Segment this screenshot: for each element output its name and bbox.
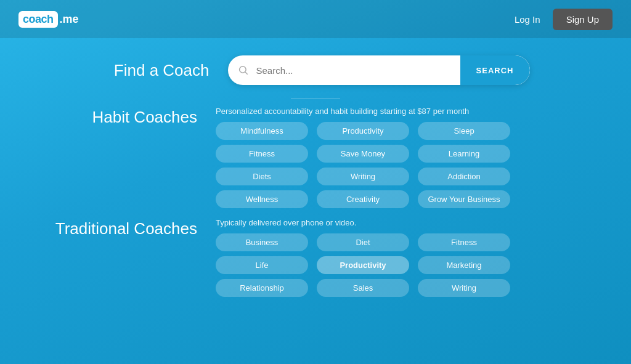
habit-coach-tag[interactable]: Productivity (317, 122, 409, 140)
traditional-coaches-subtitle: Typically delivered over phone or video. (216, 218, 594, 227)
search-input[interactable] (256, 65, 460, 76)
traditional-coach-tag[interactable]: Fitness (418, 233, 510, 251)
traditional-coach-tag[interactable]: Life (216, 256, 308, 274)
search-button[interactable]: SEARCH (460, 55, 530, 85)
habit-coach-tag[interactable]: Wellness (216, 190, 308, 208)
habit-coach-tag[interactable]: Learning (418, 145, 510, 163)
traditional-coaches-tags: BusinessDietFitnessLifeProductivityMarke… (216, 233, 594, 297)
habit-coaches-title: Habit Coaches (37, 105, 197, 127)
habit-coaches-tags: MindfulnessProductivitySleepFitnessSave … (216, 122, 594, 208)
traditional-coach-tag[interactable]: Writing (418, 279, 510, 297)
logo-coach-text: coach (18, 11, 58, 28)
habit-coach-tag[interactable]: Mindfulness (216, 122, 308, 140)
habit-coach-tag[interactable]: Addiction (418, 168, 510, 185)
habit-coach-tag[interactable]: Fitness (216, 145, 308, 163)
habit-coaches-content: Personalized accountability and habit bu… (216, 105, 594, 208)
habit-coach-tag[interactable]: Creativity (317, 190, 409, 208)
hero-section: Find a Coach SEARCH (0, 38, 631, 96)
habit-coach-tag[interactable]: Save Money (317, 145, 409, 163)
traditional-coaches-content: Typically delivered over phone or video.… (216, 217, 594, 297)
sections: Habit Coaches Personalized accountabilit… (0, 99, 631, 297)
nav-right: Log In Sign Up (515, 9, 613, 30)
traditional-coach-tag[interactable]: Marketing (418, 256, 510, 274)
traditional-coach-tag[interactable]: Sales (317, 279, 409, 297)
habit-coach-tag[interactable]: Diets (216, 168, 308, 185)
traditional-coaches-title: Traditional Coaches (37, 217, 197, 238)
habit-coach-tag[interactable]: Sleep (418, 122, 510, 140)
login-link[interactable]: Log In (515, 14, 540, 25)
traditional-coach-tag[interactable]: Productivity (317, 256, 409, 274)
habit-coaches-subtitle: Personalized accountability and habit bu… (216, 107, 594, 116)
traditional-coach-tag[interactable]: Relationship (216, 279, 308, 297)
habit-coaches-section: Habit Coaches Personalized accountabilit… (37, 105, 594, 208)
navbar: coach .me Log In Sign Up (0, 0, 631, 38)
search-icon (228, 65, 256, 76)
signup-button[interactable]: Sign Up (553, 9, 613, 30)
habit-coach-tag[interactable]: Writing (317, 168, 409, 185)
traditional-coach-tag[interactable]: Diet (317, 233, 409, 251)
hero-title: Find a Coach (102, 61, 210, 80)
logo: coach .me (18, 11, 79, 28)
search-bar: SEARCH (228, 55, 530, 85)
logo-me-text: .me (60, 13, 79, 26)
habit-coach-tag[interactable]: Grow Your Business (418, 190, 510, 208)
svg-line-1 (245, 72, 248, 75)
svg-point-0 (239, 67, 246, 73)
traditional-coach-tag[interactable]: Business (216, 233, 308, 251)
traditional-coaches-section: Traditional Coaches Typically delivered … (37, 217, 594, 297)
